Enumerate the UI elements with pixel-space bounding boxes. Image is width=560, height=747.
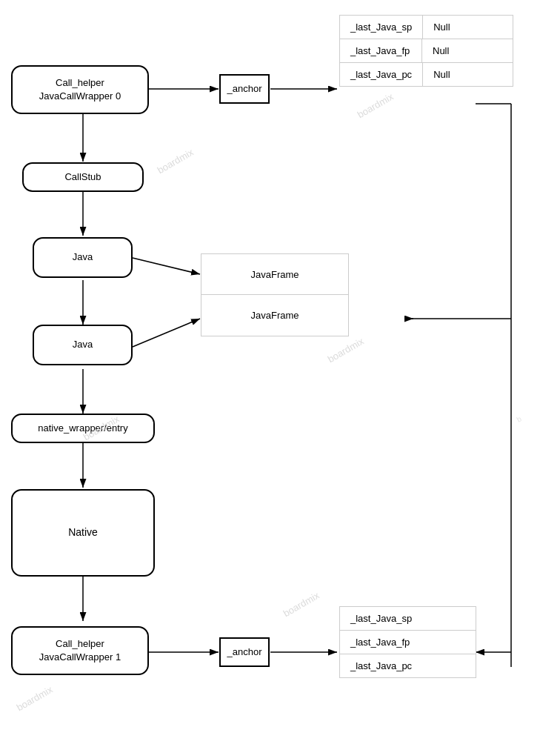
native-node: Native — [11, 489, 155, 577]
top-table-cell-key-1: _last_Java_fp — [340, 39, 421, 62]
middle-table: JavaFrame JavaFrame — [201, 253, 349, 336]
middle-table-row-1: JavaFrame — [201, 295, 348, 336]
diagram: Call_helper JavaCallWrapper 0 _anchor _l… — [0, 0, 560, 747]
call-helper-1-node: Call_helper JavaCallWrapper 1 — [11, 626, 149, 675]
top-table-cell-val-2: Null — [422, 63, 481, 86]
top-table: _last_Java_sp Null _last_Java_fp Null _l… — [339, 15, 513, 87]
native-label: Native — [68, 525, 98, 540]
middle-table-cell-1: JavaFrame — [201, 304, 348, 327]
bottom-table-cell-key-1: _last_Java_fp — [340, 631, 421, 654]
java2-node: Java — [33, 325, 133, 365]
anchor-bottom-label: _anchor — [227, 645, 262, 659]
top-table-cell-key-0: _last_Java_sp — [340, 16, 422, 39]
bottom-table-row-2: _last_Java_pc — [340, 654, 476, 677]
java2-label: Java — [73, 338, 93, 351]
top-table-row-2: _last_Java_pc Null — [340, 63, 513, 86]
native-wrapper-label: native_wrapper/entry — [38, 422, 127, 435]
watermark-1: boardmix — [156, 147, 196, 176]
watermark-5: boardmix — [281, 590, 321, 620]
watermark-2: boardmix — [356, 91, 396, 121]
native-wrapper-node: native_wrapper/entry — [11, 414, 155, 443]
watermark-6: boardmix — [15, 684, 55, 714]
java1-label: Java — [73, 250, 93, 264]
top-table-cell-val-1: Null — [421, 39, 481, 62]
svg-line-5 — [133, 258, 200, 274]
top-table-cell-val-0: Null — [422, 16, 481, 39]
callstub-node: CallStub — [22, 162, 144, 192]
bottom-table-cell-key-2: _last_Java_pc — [340, 654, 422, 677]
java1-node: Java — [33, 237, 133, 278]
top-table-row-0: _last_Java_sp Null — [340, 16, 513, 39]
bottom-table-cell-key-0: _last_Java_sp — [340, 607, 422, 630]
middle-table-cell-0: JavaFrame — [201, 263, 348, 286]
bottom-table: _last_Java_sp _last_Java_fp _last_Java_p… — [339, 606, 476, 678]
anchor-top-node: _anchor — [219, 74, 270, 104]
top-table-cell-key-2: _last_Java_pc — [340, 63, 422, 86]
bottom-table-row-1: _last_Java_fp — [340, 631, 476, 654]
top-table-row-1: _last_Java_fp Null — [340, 39, 513, 63]
anchor-top-label: _anchor — [227, 82, 262, 96]
call-helper-0-node: Call_helper JavaCallWrapper 0 — [11, 65, 149, 114]
watermark-3: boardmix — [326, 336, 366, 365]
bottom-table-row-0: _last_Java_sp — [340, 607, 476, 631]
callstub-label: CallStub — [64, 170, 101, 184]
watermark-7: b — [516, 414, 523, 423]
middle-table-row-0: JavaFrame — [201, 254, 348, 295]
call-helper-1-label: Call_helper JavaCallWrapper 1 — [39, 637, 121, 664]
anchor-bottom-node: _anchor — [219, 637, 270, 667]
call-helper-0-label: Call_helper JavaCallWrapper 0 — [39, 76, 121, 103]
svg-line-7 — [133, 319, 200, 347]
